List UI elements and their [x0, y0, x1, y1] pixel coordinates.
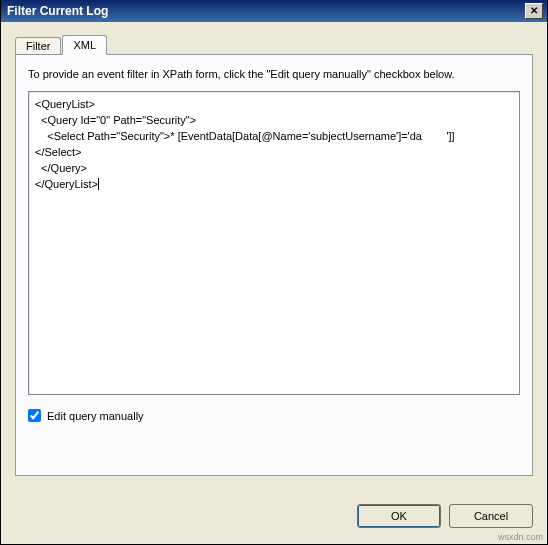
cancel-button[interactable]: Cancel: [449, 504, 533, 528]
tab-panel-xml: To provide an event filter in XPath form…: [15, 54, 533, 476]
edit-manually-row: Edit query manually: [28, 409, 520, 422]
tab-xml[interactable]: XML: [62, 35, 107, 55]
watermark-text: wsxdn.com: [498, 532, 543, 542]
close-icon: ✕: [530, 5, 538, 16]
edit-manually-label[interactable]: Edit query manually: [47, 410, 144, 422]
tab-filter[interactable]: Filter: [15, 37, 61, 54]
dialog-buttons: OK Cancel: [357, 504, 533, 528]
titlebar: Filter Current Log ✕: [1, 0, 547, 22]
window-title: Filter Current Log: [5, 4, 108, 18]
edit-manually-checkbox[interactable]: [28, 409, 41, 422]
tab-strip: Filter XML: [15, 35, 533, 55]
close-button[interactable]: ✕: [525, 3, 543, 19]
filter-log-dialog: Filter Current Log ✕ Filter XML To provi…: [0, 0, 548, 545]
instruction-text: To provide an event filter in XPath form…: [28, 67, 520, 81]
dialog-content: Filter XML To provide an event filter in…: [1, 22, 547, 486]
xml-text: <QueryList> <Query Id="0" Path="Security…: [35, 98, 455, 190]
xml-query-editor[interactable]: <QueryList> <Query Id="0" Path="Security…: [28, 91, 520, 395]
ok-button[interactable]: OK: [357, 504, 441, 528]
